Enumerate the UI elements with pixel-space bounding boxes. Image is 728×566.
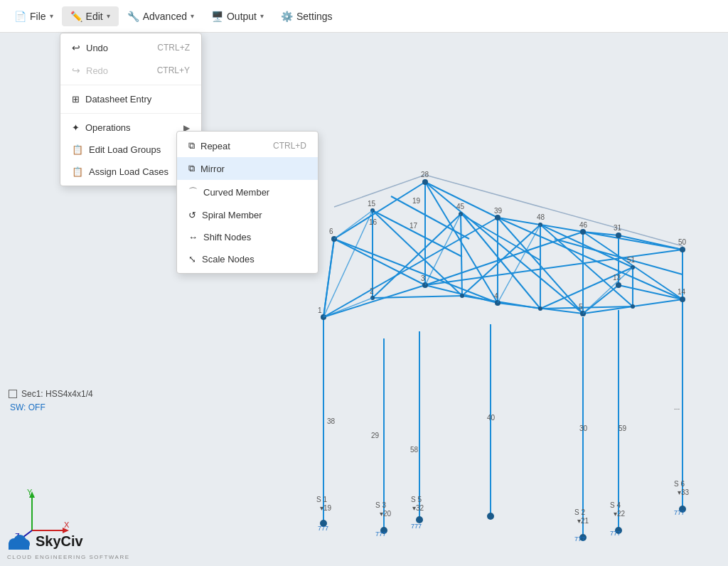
scale-nodes-label: Scale Nodes bbox=[202, 254, 255, 265]
svg-text:16: 16 bbox=[369, 218, 378, 226]
svg-text:19: 19 bbox=[412, 197, 421, 205]
undo-item[interactable]: ↩ Undo CTRL+Z bbox=[60, 36, 201, 59]
svg-text:S 3: S 3 bbox=[375, 501, 386, 509]
svg-text:▾21: ▾21 bbox=[577, 517, 589, 525]
svg-text:40: 40 bbox=[487, 414, 496, 422]
undo-label: Undo bbox=[86, 43, 108, 53]
mirror-label: Mirror bbox=[200, 164, 225, 174]
svg-text:51: 51 bbox=[627, 256, 636, 264]
mirror-item[interactable]: ⧉ Mirror bbox=[177, 157, 318, 180]
repeat-icon: ⧉ bbox=[188, 140, 195, 151]
curved-member-icon: ⌒ bbox=[188, 186, 198, 198]
svg-text:14: 14 bbox=[678, 288, 686, 296]
svg-text:777: 777 bbox=[610, 530, 621, 537]
edit-load-groups-icon: 📋 bbox=[72, 144, 83, 155]
edit-menu[interactable]: ✏️ Edit ▾ bbox=[62, 6, 119, 26]
scale-nodes-icon: ⤡ bbox=[188, 254, 196, 265]
svg-text:777: 777 bbox=[574, 535, 585, 543]
svg-point-73 bbox=[460, 294, 464, 298]
edit-icon: ✏️ bbox=[70, 11, 82, 22]
file-label: File bbox=[30, 11, 46, 22]
settings-menu[interactable]: ⚙️ Settings bbox=[272, 6, 341, 26]
output-menu[interactable]: 🖥️ Output ▾ bbox=[203, 6, 272, 26]
edit-chevron: ▾ bbox=[107, 12, 110, 20]
logo-text: SkyCiv bbox=[36, 533, 83, 550]
svg-text:▾19: ▾19 bbox=[320, 504, 332, 512]
output-label: Output bbox=[227, 11, 257, 22]
svg-text:▾20: ▾20 bbox=[380, 510, 392, 518]
svg-rect-148 bbox=[9, 544, 29, 550]
svg-text:777: 777 bbox=[411, 523, 422, 530]
sec-info: Sec1: HSS4x4x1/4 bbox=[9, 389, 93, 399]
datasheet-item[interactable]: ⊞ Datasheet Entry bbox=[60, 88, 201, 110]
output-icon: 🖥️ bbox=[211, 11, 223, 22]
svg-text:S 4: S 4 bbox=[610, 501, 621, 509]
svg-point-62 bbox=[495, 215, 500, 220]
svg-text:38: 38 bbox=[327, 417, 336, 425]
svg-text:S 6: S 6 bbox=[674, 480, 685, 488]
svg-point-67 bbox=[680, 297, 685, 302]
svg-text:48: 48 bbox=[537, 213, 545, 221]
svg-text:13: 13 bbox=[613, 274, 621, 282]
shift-nodes-item[interactable]: ↔ Shift Nodes bbox=[177, 226, 318, 248]
repeat-label: Repeat bbox=[200, 141, 230, 151]
svg-point-77 bbox=[631, 304, 635, 309]
svg-text:4: 4 bbox=[494, 292, 498, 300]
svg-text:59: 59 bbox=[619, 424, 627, 432]
scale-nodes-item[interactable]: ⤡ Scale Nodes bbox=[177, 248, 318, 270]
file-menu[interactable]: 📄 File ▾ bbox=[6, 6, 62, 26]
advanced-label: Advanced bbox=[143, 11, 187, 22]
file-chevron: ▾ bbox=[50, 12, 53, 20]
redo-item[interactable]: ↪ Redo CTRL+Y bbox=[60, 59, 201, 82]
svg-text:777: 777 bbox=[674, 509, 685, 516]
svg-text:45: 45 bbox=[456, 203, 465, 210]
sec-checkbox[interactable] bbox=[9, 390, 17, 398]
repeat-item[interactable]: ⧉ Repeat CTRL+D bbox=[177, 134, 318, 157]
svg-text:31: 31 bbox=[614, 224, 622, 232]
edit-load-groups-label: Edit Load Groups bbox=[89, 144, 161, 155]
svg-text:6: 6 bbox=[329, 228, 333, 235]
svg-point-64 bbox=[580, 229, 586, 235]
svg-text:46: 46 bbox=[579, 221, 588, 229]
advanced-menu[interactable]: 🔧 Advanced ▾ bbox=[119, 6, 203, 26]
svg-point-81 bbox=[487, 513, 494, 520]
svg-text:777: 777 bbox=[375, 530, 386, 538]
curved-member-item[interactable]: ⌒ Curved Member bbox=[177, 180, 318, 204]
menubar: 📄 File ▾ ✏️ Edit ▾ 🔧 Advanced ▾ 🖥️ Outpu… bbox=[0, 0, 728, 33]
operations-submenu: ⧉ Repeat CTRL+D ⧉ Mirror ⌒ Curved Member… bbox=[176, 131, 318, 274]
svg-text:1: 1 bbox=[318, 306, 322, 314]
datasheet-icon: ⊞ bbox=[72, 94, 80, 105]
settings-label: Settings bbox=[296, 11, 333, 22]
svg-text:3: 3 bbox=[421, 274, 425, 282]
svg-text:▾32: ▾32 bbox=[412, 504, 424, 512]
curved-member-label: Curved Member bbox=[203, 187, 269, 198]
svg-point-59 bbox=[422, 179, 428, 185]
svg-text:29: 29 bbox=[371, 432, 380, 439]
svg-text:17: 17 bbox=[410, 222, 418, 230]
svg-text:S 1: S 1 bbox=[316, 496, 327, 503]
svg-text:2: 2 bbox=[370, 287, 374, 295]
spiral-member-item[interactable]: ↺ Spiral Member bbox=[177, 204, 318, 226]
assign-load-cases-icon: 📋 bbox=[72, 166, 83, 177]
svg-text:30: 30 bbox=[579, 424, 588, 432]
svg-text:28: 28 bbox=[421, 171, 429, 178]
operations-label: Operations bbox=[85, 122, 131, 133]
svg-text:...: ... bbox=[674, 403, 680, 411]
svg-text:S 2: S 2 bbox=[574, 508, 585, 516]
separator-2 bbox=[60, 113, 201, 114]
redo-shortcut: CTRL+Y bbox=[157, 65, 190, 75]
svg-text:▾22: ▾22 bbox=[614, 510, 626, 518]
advanced-chevron: ▾ bbox=[191, 12, 194, 20]
spiral-member-icon: ↺ bbox=[188, 210, 196, 220]
undo-icon: ↩ bbox=[72, 42, 80, 53]
operations-icon: ✦ bbox=[72, 122, 80, 133]
file-icon: 📄 bbox=[14, 11, 26, 22]
skyciv-logo: SkyCiv CLOUD ENGINEERING SOFTWARE bbox=[6, 528, 130, 560]
advanced-icon: 🔧 bbox=[127, 11, 139, 22]
assign-load-cases-label: Assign Load Cases bbox=[89, 166, 168, 177]
svg-text:58: 58 bbox=[410, 446, 419, 454]
sec-label: Sec1: HSS4x4x1/4 bbox=[21, 389, 93, 399]
redo-icon: ↪ bbox=[72, 65, 80, 76]
sw-status: SW: OFF bbox=[10, 400, 46, 413]
undo-shortcut: CTRL+Z bbox=[157, 43, 190, 53]
